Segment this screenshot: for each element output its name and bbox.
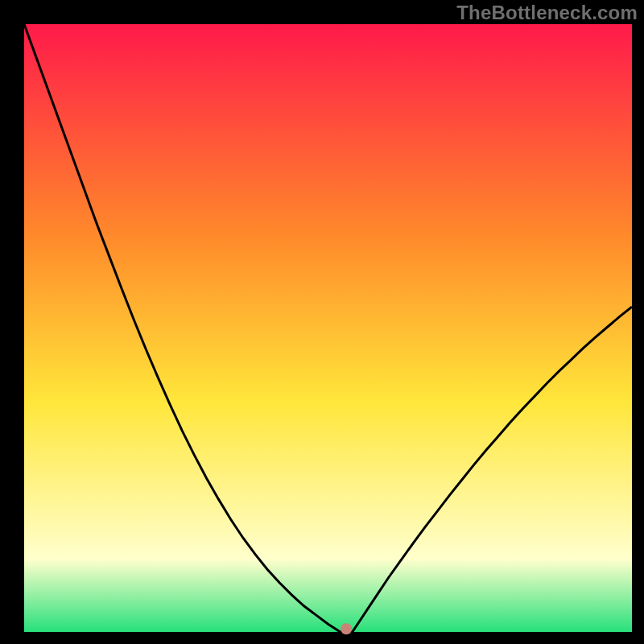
plot-gradient-background — [24, 24, 632, 632]
chart-svg — [0, 0, 644, 644]
watermark-text: TheBottleneck.com — [456, 2, 638, 24]
optimal-point-marker — [341, 623, 352, 634]
chart-container: TheBottleneck.com — [0, 0, 644, 644]
